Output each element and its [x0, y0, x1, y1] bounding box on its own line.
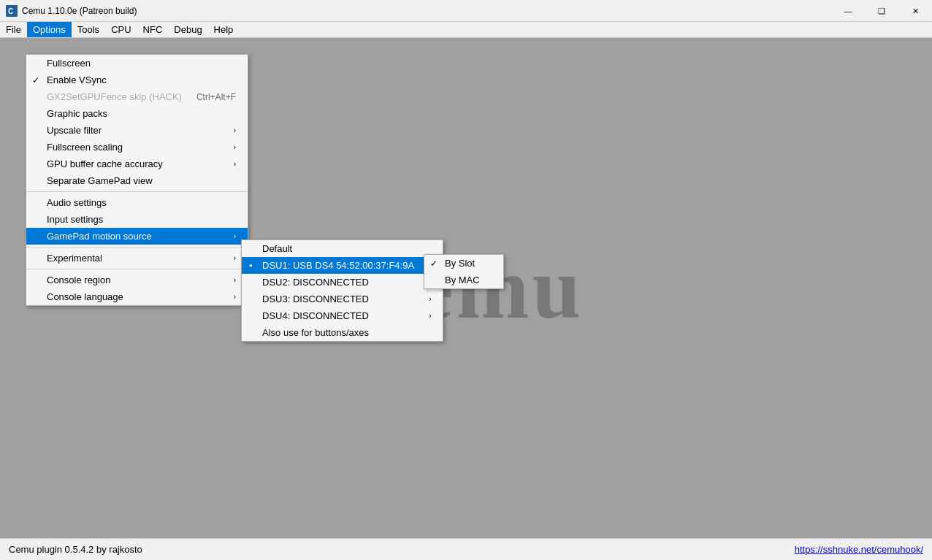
menu-cpu[interactable]: CPU [105, 22, 137, 37]
divider-2 [26, 247, 248, 248]
console-region-label: Console region [47, 275, 110, 285]
dsu2-label: DSU2: DISCONNECTED [262, 277, 369, 288]
menu-file[interactable]: File [0, 22, 27, 37]
menu-nfc[interactable]: NFC [137, 22, 169, 37]
dsu1-label: DSU1: USB DS4 54:52:00:37:F4:9A [262, 260, 414, 271]
gamepad-item-dsu4[interactable]: DSU4: DISCONNECTED › [242, 307, 443, 324]
menu-item-gpu-buffer[interactable]: GPU buffer cache accuracy › [26, 156, 248, 172]
gamepad-item-also-use[interactable]: Also use for buttons/axes [242, 324, 443, 341]
statusbar-right[interactable]: https://sshnuke.net/cemuhook/ [795, 544, 923, 555]
console-language-arrow: › [234, 293, 236, 301]
experimental-arrow: › [234, 254, 236, 262]
cemuhook-link[interactable]: https://sshnuke.net/cemuhook/ [795, 544, 923, 555]
window-controls: — ❑ ✕ [831, 0, 932, 22]
by-mac-label: By MAC [445, 275, 480, 285]
app-icon: C [6, 5, 18, 17]
vsync-label: Enable VSync [47, 74, 107, 85]
gamepad-submenu: Default ● DSU1: USB DS4 54:52:00:37:F4:9… [241, 239, 443, 342]
minimize-button[interactable]: — [831, 0, 865, 22]
menu-item-console-region[interactable]: Console region › [26, 272, 248, 288]
divider-3 [26, 269, 248, 269]
menu-item-fullscreen[interactable]: Fullscreen [26, 55, 248, 72]
statusbar-left-text: Cemu plugin 0.5.4.2 by rajkosto [9, 544, 142, 555]
menu-item-upscale[interactable]: Upscale filter › [26, 122, 248, 139]
main-area: Cemu Fullscreen ✓ Enable VSync GX2SetGPU… [0, 38, 932, 538]
dsu3-arrow: › [429, 295, 431, 303]
gamepad-motion-arrow: › [234, 232, 236, 240]
also-use-label: Also use for buttons/axes [262, 327, 369, 338]
dsu1-item-by-slot[interactable]: ✓ By Slot [424, 255, 503, 272]
by-slot-check: ✓ [430, 258, 438, 269]
input-label: Input settings [47, 214, 103, 225]
experimental-label: Experimental [47, 253, 102, 264]
gamepad-item-dsu3[interactable]: DSU3: DISCONNECTED › [242, 291, 443, 307]
gpu-buffer-arrow: › [234, 160, 236, 168]
by-slot-label: By Slot [445, 258, 475, 269]
menubar: File Options Tools CPU NFC Debug Help [0, 22, 932, 38]
fullscreen-label: Fullscreen [47, 58, 91, 69]
menu-item-graphic-packs[interactable]: Graphic packs [26, 105, 248, 122]
menu-help[interactable]: Help [208, 22, 240, 37]
fullscreen-scaling-label: Fullscreen scaling [47, 142, 123, 153]
menu-item-gamepad-motion[interactable]: GamePad motion source › [26, 228, 248, 245]
dsu3-label: DSU3: DISCONNECTED [262, 294, 369, 304]
upscale-label: Upscale filter [47, 125, 102, 136]
gx2-shortcut: Ctrl+Alt+F [196, 92, 236, 102]
menu-item-input[interactable]: Input settings [26, 211, 248, 228]
dsu4-arrow: › [429, 312, 431, 320]
console-language-label: Console language [47, 291, 123, 302]
gamepad-motion-label: GamePad motion source [47, 231, 152, 242]
dsu1-submenu: ✓ By Slot By MAC [424, 254, 504, 289]
titlebar: C Cemu 1.10.0e (Patreon build) — ❑ ✕ [0, 0, 932, 22]
maximize-button[interactable]: ❑ [865, 0, 898, 22]
statusbar: Cemu plugin 0.5.4.2 by rajkosto https://… [0, 538, 932, 560]
menu-tools[interactable]: Tools [72, 22, 105, 37]
gpu-buffer-label: GPU buffer cache accuracy [47, 158, 163, 169]
dsu4-label: DSU4: DISCONNECTED [262, 310, 369, 321]
gamepad-item-default[interactable]: Default [242, 240, 443, 257]
default-label: Default [262, 243, 292, 254]
menu-item-console-language[interactable]: Console language › [26, 288, 248, 305]
window-title: Cemu 1.10.0e (Patreon build) [22, 6, 137, 16]
dsu1-item-by-mac[interactable]: By MAC [424, 272, 503, 288]
gamepad-item-dsu2[interactable]: DSU2: DISCONNECTED › [242, 274, 443, 291]
menu-item-experimental[interactable]: Experimental › [26, 250, 248, 266]
audio-label: Audio settings [47, 197, 107, 208]
vsync-check: ✓ [32, 75, 39, 85]
menu-item-vsync[interactable]: ✓ Enable VSync [26, 72, 248, 88]
console-region-arrow: › [234, 276, 236, 284]
separate-gamepad-label: Separate GamePad view [47, 175, 153, 186]
menu-item-audio[interactable]: Audio settings [26, 194, 248, 211]
menu-options[interactable]: Options [27, 22, 72, 37]
fullscreen-scaling-arrow: › [234, 143, 236, 151]
menu-item-gx2[interactable]: GX2SetGPUFence skip (HACK) Ctrl+Alt+F [26, 88, 248, 105]
menu-debug[interactable]: Debug [168, 22, 207, 37]
gx2-label: GX2SetGPUFence skip (HACK) [47, 91, 182, 102]
svg-text:C: C [8, 7, 13, 15]
upscale-arrow: › [234, 126, 236, 134]
menu-item-fullscreen-scaling[interactable]: Fullscreen scaling › [26, 139, 248, 156]
graphic-packs-label: Graphic packs [47, 108, 107, 119]
divider-1 [26, 191, 248, 192]
options-dropdown: Fullscreen ✓ Enable VSync GX2SetGPUFence… [26, 54, 248, 306]
menu-item-separate-gamepad[interactable]: Separate GamePad view [26, 172, 248, 189]
close-button[interactable]: ✕ [898, 0, 932, 22]
gamepad-item-dsu1[interactable]: ● DSU1: USB DS4 54:52:00:37:F4:9A › [242, 257, 443, 274]
dsu1-dot: ● [249, 262, 253, 269]
